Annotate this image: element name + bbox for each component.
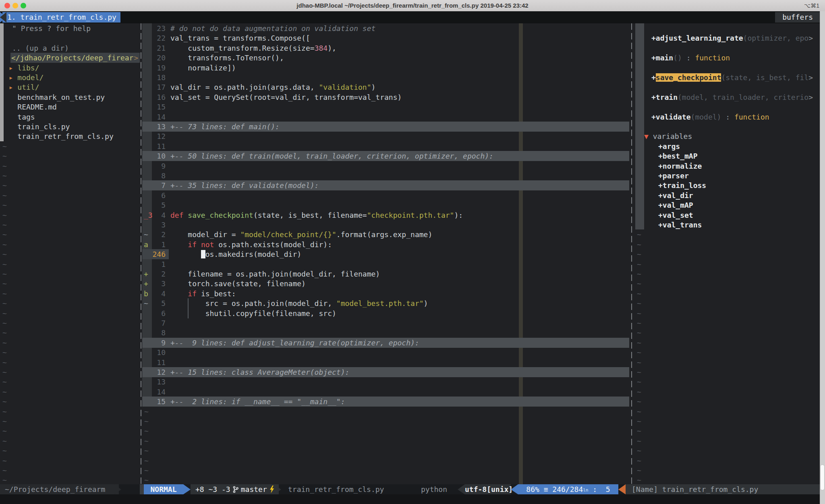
tagbar-tag-train[interactable]: +train(model, train_loader, criterio>: [651, 92, 825, 102]
fold-line[interactable]: 9+-- 9 lines: def adjust_learning_rate(o…: [142, 338, 631, 348]
empty-line-marker: ~: [635, 416, 825, 426]
code-line[interactable]: 16val_set = QuerySet(root=val_dir, trans…: [142, 92, 631, 102]
empty-line-marker: ~: [635, 347, 825, 357]
nerdtree-item-libs[interactable]: ▸ libs/: [0, 63, 141, 73]
tagbar-var-args[interactable]: +args: [658, 141, 825, 151]
tagbar-tag-save_checkpoint[interactable]: +save_checkpoint(state, is_best, fil>: [651, 72, 825, 83]
tab-train-retr-from-cls[interactable]: 1. train_retr_from_cls.py: [2, 12, 120, 23]
terminal-scrollbar-thumb[interactable]: [820, 465, 825, 490]
code-line[interactable]: 11: [142, 141, 631, 151]
code-line[interactable]: 6 shutil.copyfile(filename, src): [142, 308, 631, 318]
nerdtree-item-tags[interactable]: tags: [0, 112, 141, 122]
code-line[interactable]: 246 os.makedirs(model_dir): [142, 249, 631, 259]
empty-line-marker: ~: [0, 240, 141, 250]
filetype-indicator: python: [421, 484, 447, 494]
empty-line-marker: ~: [0, 151, 141, 161]
empty-line-marker: ~: [635, 407, 825, 417]
tagbar-var-val_dir[interactable]: +val_dir: [658, 190, 825, 200]
code-line[interactable]: 8: [142, 328, 631, 338]
code-line[interactable]: 17val_dir = os.path.join(args.data, "val…: [142, 82, 631, 92]
line-number: 9: [142, 161, 166, 171]
code-line[interactable]: 3+ torch.save(state, filename): [142, 279, 631, 289]
empty-line-marker: ~: [142, 465, 631, 475]
tagbar-section-variables[interactable]: ▼ variables: [644, 131, 825, 141]
buffers-label[interactable]: buffers: [775, 12, 825, 23]
empty-line-marker: ~: [0, 289, 141, 299]
code-line[interactable]: 11: [142, 357, 631, 368]
tagbar-var-train_loss[interactable]: +train_loss: [658, 180, 825, 190]
empty-line-marker: ~: [0, 347, 141, 357]
code-line[interactable]: 22val_trans = transforms.Compose([: [142, 33, 631, 43]
empty-line-marker: ~: [0, 465, 141, 475]
gutter-sign: +: [144, 269, 148, 279]
empty-line-marker: ~: [0, 269, 141, 279]
code-line[interactable]: 8: [142, 171, 631, 181]
empty-line-marker: ~: [635, 357, 825, 368]
powerline-arrow-orange-icon: [618, 484, 626, 494]
terminal-scrollbar-track[interactable]: [820, 11, 825, 504]
code-line[interactable]: 5~ src = os.path.join(model_dir, "model_…: [142, 298, 631, 308]
empty-line-marker: ~: [635, 465, 825, 475]
command-line[interactable]: [0, 494, 825, 504]
folded-code-text: +-- 2 lines: if __name__ == "__main__":: [170, 397, 345, 407]
code-text: normalize]): [170, 63, 236, 73]
code-line[interactable]: 3: [142, 220, 631, 230]
code-line[interactable]: 4b if is_best:: [142, 289, 631, 299]
code-line[interactable]: 13: [142, 377, 631, 387]
code-line[interactable]: 5: [142, 200, 631, 210]
line-number: 11: [142, 357, 166, 368]
nerdtree-item-benchmark-on-test-py[interactable]: benchmark_on_test.py: [0, 92, 141, 102]
code-line[interactable]: 21 custom_transform.Resize(size=384),: [142, 43, 631, 53]
truncation-arrow-icon: >: [808, 73, 813, 82]
code-line[interactable]: 20 transforms.ToTensor(),: [142, 53, 631, 63]
fold-line[interactable]: 13+-- 73 lines: def main():: [142, 122, 631, 132]
folded-code-text: +-- 15 lines: class AverageMeter(object)…: [170, 367, 349, 377]
fold-line[interactable]: 12+-- 15 lines: class AverageMeter(objec…: [142, 367, 631, 377]
empty-line-marker: ~: [635, 240, 825, 250]
code-line[interactable]: 2~ model_dir = "model/check_point/{}".fo…: [142, 229, 631, 240]
fold-line[interactable]: 15+-- 2 lines: if __name__ == "__main__"…: [142, 397, 631, 407]
code-line[interactable]: 7: [142, 318, 631, 328]
window-separator-left[interactable]: [141, 23, 141, 484]
gutter-sign: a: [144, 240, 148, 250]
code-line[interactable]: 14: [142, 112, 631, 122]
nerdtree-item-model[interactable]: ▸ model/: [0, 72, 141, 83]
tagbar-var-best_mAP[interactable]: +best_mAP: [658, 151, 825, 161]
code-line[interactable]: 1: [142, 259, 631, 269]
code-line[interactable]: 1a if not os.path.exists(model_dir):: [142, 240, 631, 250]
line-number: 17: [142, 82, 166, 92]
code-line[interactable]: 19 normalize]): [142, 63, 631, 73]
code-line[interactable]: 12: [142, 131, 631, 141]
code-text: def save_checkpoint(state, is_best, file…: [170, 210, 463, 220]
code-line[interactable]: 2+ filename = os.path.join(model_dir, fi…: [142, 269, 631, 279]
tagbar-var-val_trans[interactable]: +val_trans: [658, 220, 825, 230]
code-line[interactable]: 4_3def save_checkpoint(state, is_best, f…: [142, 210, 631, 220]
code-line[interactable]: 6: [142, 190, 631, 200]
nerdtree-item-train-retr-from-cls-py[interactable]: train_retr_from_cls.py: [0, 131, 141, 141]
code-line[interactable]: 9: [142, 161, 631, 171]
tagbar-tag-main[interactable]: +main() : function: [651, 53, 825, 63]
tagbar-tag-validate[interactable]: +validate(model) : function: [651, 112, 825, 122]
nerdtree-root[interactable]: </jdhao/Projects/deep_firear>: [0, 53, 141, 63]
code-line[interactable]: 23# do not do data augmentation on valid…: [142, 23, 631, 33]
nerdtree-item-README-md[interactable]: README.md: [0, 102, 141, 112]
tagbar-var-normalize[interactable]: +normalize: [658, 161, 825, 171]
nerdtree-item-train-cls-py[interactable]: train_cls.py: [0, 122, 141, 132]
empty-line-marker: ~: [635, 318, 825, 328]
code-line[interactable]: 18: [142, 72, 631, 83]
code-text: if is_best:: [170, 289, 236, 299]
mode-indicator: NORMAL: [144, 484, 183, 494]
tagbar-var-val_set[interactable]: +val_set: [658, 210, 825, 220]
tagbar-var-parser[interactable]: +parser: [658, 171, 825, 181]
code-text: filename = os.path.join(model_dir, filen…: [170, 269, 380, 279]
fold-line[interactable]: 10+-- 50 lines: def train(model, train_l…: [142, 151, 631, 161]
nerdtree-item-util[interactable]: ▸ util/: [0, 82, 141, 92]
nerdtree-up-dir[interactable]: .. (up a dir): [0, 43, 141, 53]
window-separator-right[interactable]: [631, 23, 632, 484]
tagbar-var-val_mAP[interactable]: +val_mAP: [658, 200, 825, 210]
code-line[interactable]: 14: [142, 387, 631, 397]
tagbar-tag-adjust_learning_rate[interactable]: +adjust_learning_rate(optimizer, epo>: [651, 33, 825, 43]
code-line[interactable]: 10: [142, 347, 631, 357]
fold-line[interactable]: 7+-- 35 lines: def validate(model):: [142, 180, 631, 190]
code-line[interactable]: 15: [142, 102, 631, 112]
